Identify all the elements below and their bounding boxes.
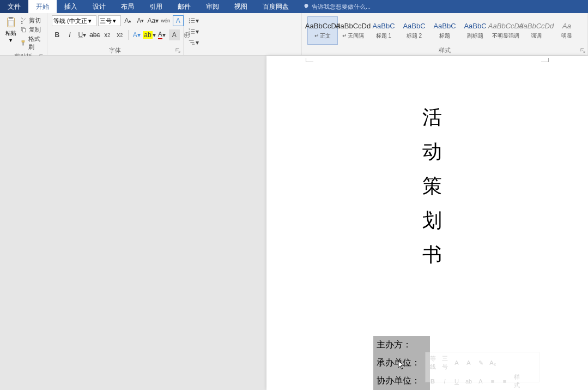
grow-font-icon[interactable]: A	[452, 359, 462, 366]
multilevel-list-button[interactable]: ▾	[188, 37, 199, 48]
font-size-combo[interactable]: 三号▾	[98, 15, 121, 26]
document-page[interactable]: 活动策划书 主办方：承办单位：协办单位：	[266, 56, 588, 390]
subscript-button[interactable]: x2	[102, 29, 113, 40]
italic-icon[interactable]: I	[440, 378, 450, 385]
style-preview: AaBbC	[403, 22, 425, 30]
svg-point-9	[189, 20, 190, 21]
shrink-font-button[interactable]: A▾	[135, 15, 146, 26]
highlight-button[interactable]: ab▾	[144, 29, 155, 40]
dialog-launcher-icon[interactable]	[580, 47, 585, 53]
style-item[interactable]: AaBbC副标题	[460, 16, 490, 45]
menu-tab-insert[interactable]: 插入	[57, 0, 85, 13]
style-item[interactable]: Aa明显	[551, 16, 582, 45]
title-char: 划	[422, 203, 442, 238]
mini-font-combo[interactable]: 等线	[428, 355, 438, 371]
document-title[interactable]: 活动策划书	[422, 100, 442, 272]
phonetic-guide-button[interactable]: wén	[160, 15, 171, 26]
clear-format-icon[interactable]: Aᵪ	[488, 359, 498, 367]
underline-button[interactable]: U▾	[77, 29, 88, 40]
group-paragraph: ▾ 123▾ ▾ ✕▾ A↓ ¶	[184, 13, 302, 55]
ribbon: 粘贴 ▾ 剪切 复制 格式刷 剪贴板 等线 (中文正▾ 三号▾ A▴ A▾ Aa…	[0, 13, 588, 56]
svg-rect-6	[23, 42, 24, 45]
menu-tab-layout[interactable]: 布局	[113, 0, 142, 13]
highlight-icon[interactable]: ab	[464, 378, 474, 385]
style-item[interactable]: AaBbCcDd强调	[521, 16, 551, 45]
text-effects-button[interactable]: A▾	[131, 29, 142, 40]
title-char: 策	[422, 169, 442, 203]
menu-tab-review[interactable]: 审阅	[198, 0, 227, 13]
menu-tab-home[interactable]: 开始	[28, 0, 57, 13]
svg-rect-18	[191, 33, 195, 34]
menu-bar: 文件 开始 插入 设计 布局 引用 邮件 审阅 视图 百度网盘 告诉我您想要做什…	[0, 0, 588, 13]
bold-icon[interactable]: B	[428, 378, 438, 385]
style-item[interactable]: AaBbCcDd↵ 正文	[307, 16, 338, 45]
style-item[interactable]: AaBbCcDd不明显强调	[490, 16, 521, 45]
menu-tab-view[interactable]: 视图	[227, 0, 255, 13]
underline-icon[interactable]: U	[452, 378, 462, 385]
change-case-button[interactable]: Aa▾	[148, 15, 159, 26]
style-preview: AaBbCcDd	[488, 22, 523, 30]
menu-tab-baidu[interactable]: 百度网盘	[255, 0, 296, 13]
chevron-down-icon: ▾	[113, 17, 116, 25]
bullets-button[interactable]: ▾	[188, 15, 199, 26]
style-name: 强调	[531, 32, 542, 40]
tell-me-placeholder: 告诉我您想要做什么...	[312, 3, 371, 11]
svg-point-11	[189, 22, 190, 23]
character-shading-button[interactable]: A	[169, 29, 180, 40]
title-char: 活	[422, 100, 442, 135]
group-clipboard: 粘贴 ▾ 剪切 复制 格式刷 剪贴板	[0, 13, 47, 55]
svg-rect-12	[191, 22, 195, 23]
style-name: ↵ 无间隔	[342, 32, 365, 40]
document-area: 活动策划书 主办方：承办单位：协办单位： 等线 三号 A A ✎ Aᵪ B I …	[0, 56, 588, 390]
styles-gallery[interactable]: AaBbCcDd↵ 正文AaBbCcDd↵ 无间隔AaBbC标题 1AaBbC标…	[304, 14, 585, 45]
style-item[interactable]: AaBbC标题 1	[368, 16, 399, 45]
font-color-button[interactable]: A▾	[156, 29, 167, 40]
format-painter-icon[interactable]: ✎	[476, 359, 486, 367]
style-name: 标题	[439, 32, 450, 40]
style-item[interactable]: AaBbC标题	[429, 16, 460, 45]
mini-size-combo[interactable]: 三号	[440, 355, 450, 371]
styles-icon[interactable]: 样式	[512, 373, 522, 389]
menu-tab-references[interactable]: 引用	[142, 0, 170, 13]
strikethrough-button[interactable]: abc	[89, 29, 100, 40]
svg-rect-20	[190, 42, 194, 43]
scissors-icon	[20, 17, 27, 24]
style-item[interactable]: AaBbC标题 2	[399, 16, 429, 45]
menu-tab-file[interactable]: 文件	[0, 0, 28, 13]
font-color-icon[interactable]: A	[476, 378, 486, 385]
copy-button[interactable]: 复制	[20, 26, 45, 34]
svg-rect-14	[191, 29, 195, 30]
copy-icon	[20, 26, 27, 33]
menu-tab-design[interactable]: 设计	[85, 0, 113, 13]
group-label-styles: 样式	[439, 47, 451, 53]
numbering-icon[interactable]: ≡	[500, 378, 510, 385]
format-painter-button[interactable]: 格式刷	[20, 35, 45, 51]
shrink-font-icon[interactable]: A	[464, 359, 474, 366]
numbering-button[interactable]: 123▾	[188, 26, 199, 37]
font-family-combo[interactable]: 等线 (中文正▾	[52, 15, 96, 26]
style-preview: AaBbC	[372, 22, 395, 30]
style-preview: AaBbCcDd	[519, 22, 554, 30]
grow-font-button[interactable]: A▴	[123, 15, 134, 26]
style-name: 副标题	[467, 32, 483, 40]
superscript-button[interactable]: x2	[114, 29, 125, 40]
cut-button[interactable]: 剪切	[20, 16, 45, 25]
dialog-launcher-icon[interactable]	[175, 47, 181, 53]
group-font: 等线 (中文正▾ 三号▾ A▴ A▾ Aa▾ wén A B I U▾ abc …	[47, 13, 184, 55]
clipboard-icon	[4, 15, 17, 29]
mini-toolbar[interactable]: 等线 三号 A A ✎ Aᵪ B I U ab A ≡ ≡ 样式	[425, 352, 539, 382]
tell-me-search[interactable]: 告诉我您想要做什么...	[303, 0, 371, 13]
svg-text:3: 3	[189, 33, 190, 35]
italic-button[interactable]: I	[64, 29, 75, 40]
svg-rect-10	[191, 20, 195, 21]
paste-button[interactable]: 粘贴 ▾	[2, 14, 19, 43]
style-item[interactable]: AaBbCcDd↵ 无间隔	[338, 16, 368, 45]
mouse-cursor-icon	[398, 361, 405, 373]
group-styles: AaBbCcDd↵ 正文AaBbCcDd↵ 无间隔AaBbC标题 1AaBbC标…	[302, 13, 588, 55]
group-label-font: 字体	[109, 47, 121, 53]
lightbulb-icon	[303, 3, 310, 10]
bullets-icon[interactable]: ≡	[488, 378, 498, 385]
character-border-button[interactable]: A	[173, 15, 184, 26]
menu-tab-mailings[interactable]: 邮件	[170, 0, 198, 13]
bold-button[interactable]: B	[52, 29, 63, 40]
